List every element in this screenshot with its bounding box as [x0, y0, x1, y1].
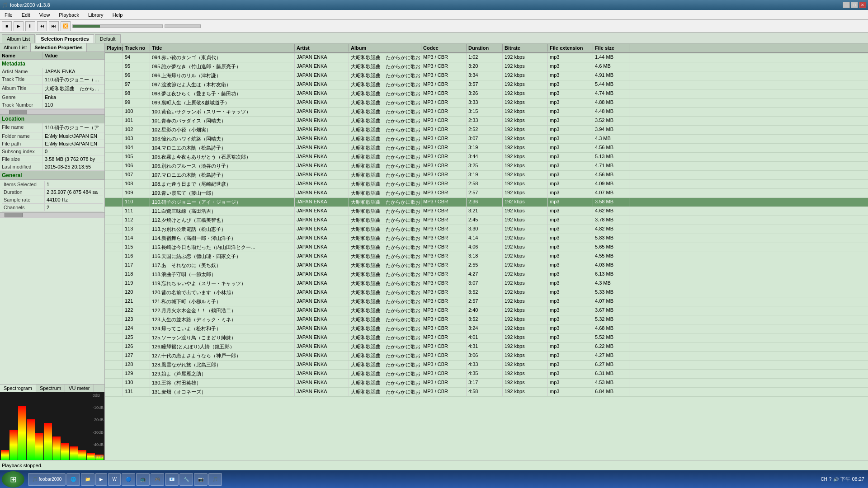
close-button[interactable]: ✕ [859, 2, 866, 8]
track-row[interactable]: 109 109.青い霞広て（藤山一郎） JAPAN ENKA 大昭和歌謡曲 たか… [105, 189, 868, 198]
minimize-button[interactable]: _ [843, 2, 850, 8]
general-scroll-thumb[interactable] [5, 213, 23, 217]
track-row[interactable]: 106 106.別れのブルース（淡谷のり子） JAPAN ENKA 大昭和歌謡曲… [105, 162, 868, 171]
track-row[interactable]: 130 130.王将（村田英雄） JAPAN ENKA 大昭和歌謡曲 たからかに… [105, 379, 868, 388]
track-row[interactable]: 102 102.星影の小径（小畑実） JAPAN ENKA 大昭和歌謡曲 たから… [105, 126, 868, 135]
track-row[interactable]: 94 094.赤い靴のタンゴ（東貞代） JAPAN ENKA 大昭和歌謡曲 たか… [105, 53, 868, 62]
menu-edit[interactable]: Edit [19, 11, 33, 19]
cell-bitrate: 192 kbps [503, 171, 548, 179]
track-row[interactable]: 123 123.人生の並木路（ディック・ミネ） JAPAN ENKA 大昭和歌謡… [105, 315, 868, 324]
cell-bitrate: 192 kbps [503, 62, 548, 71]
col-header-ext[interactable]: File extension [548, 44, 593, 52]
taskbar-media[interactable]: ▶ [95, 473, 107, 486]
track-row[interactable]: 105 105.夜霧よ今夜もありがとう（石原裕次郎） JAPAN ENKA 大昭… [105, 153, 868, 162]
taskbar-word[interactable]: W [108, 473, 120, 486]
taskbar-app7[interactable]: 🎵 [208, 473, 222, 486]
taskbar-chrome[interactable]: 🔵 [122, 473, 135, 486]
track-row[interactable]: 129 129.娘よ（芦屋雁之助） JAPAN ENKA 大昭和歌謡曲 たからか… [105, 370, 868, 379]
cell-ext: mp3 [548, 189, 593, 197]
tab-selection-properties[interactable]: Selection Properties [36, 34, 94, 43]
taskbar-explorer[interactable]: 📁 [81, 473, 94, 486]
taskbar-foobar[interactable]: 🎵 foobar2000 [28, 473, 66, 486]
track-row[interactable]: 113 113.お別れ公衆電話（松山恵子） JAPAN ENKA 大昭和歌謡曲 … [105, 225, 868, 234]
left-tab-selection-properties[interactable]: Selection Properties [31, 43, 86, 52]
menu-library[interactable]: Library [85, 11, 106, 19]
cell-artist: JAPAN ENKA [295, 315, 349, 324]
taskbar-app4[interactable]: 📧 [165, 473, 179, 486]
track-row[interactable]: 100 100.黄色いサクランボ（スリー・キャッツ） JAPAN ENKA 大昭… [105, 108, 868, 117]
cell-duration: 2:40 [467, 306, 503, 315]
track-row[interactable]: 99 099.裏町人生（上原敬&越城道子） JAPAN ENKA 大昭和歌謡曲 … [105, 99, 868, 108]
next-button[interactable]: ⏭ [49, 21, 59, 31]
track-row[interactable]: 112 112.夕焼けとんび（三橋美智也） JAPAN ENKA 大昭和歌謡曲 … [105, 216, 868, 225]
track-row[interactable]: 107 107.マロニエの木陰（松島詩子） JAPAN ENKA 大昭和歌謡曲 … [105, 171, 868, 180]
track-row[interactable]: 116 116.天国に結ぶ恋（德山璉・四家文子） JAPAN ENKA 大昭和歌… [105, 252, 868, 261]
track-row[interactable]: 96 096.上海帰りのリル（津村謙） JAPAN ENKA 大昭和歌謡曲 たか… [105, 71, 868, 80]
general-scrollbar[interactable] [0, 212, 104, 218]
track-row[interactable]: 119 119.忘れちゃいやよ（スリー・キャッツ） JAPAN ENKA 大昭和… [105, 279, 868, 288]
track-row[interactable]: 117 117.あゝそれなのに（美ち奴） JAPAN ENKA 大昭和歌謡曲 た… [105, 261, 868, 270]
track-row[interactable]: 114 114.新宿舞ら（高樹一郎・澤山洋子） JAPAN ENKA 大昭和歌謡… [105, 234, 868, 243]
cell-album: 大昭和歌謡曲 たからかに歌おう [349, 333, 421, 342]
prev-button[interactable]: ⏮ [37, 21, 47, 31]
track-row[interactable]: 97 097.渡波節だよ人生は（木村友衛） JAPAN ENKA 大昭和歌謡曲 … [105, 80, 868, 89]
track-row[interactable]: 98 098.夢は夜ひらく（愛まち子・藤田功） JAPAN ENKA 大昭和歌謡… [105, 89, 868, 99]
random-button[interactable]: 🔀 [61, 21, 71, 31]
col-header-trackno[interactable]: Track no [123, 44, 150, 52]
track-row[interactable]: 95 095.誰か夢なき（竹山逸郎・藤原亮子） JAPAN ENKA 大昭和歌謡… [105, 62, 868, 71]
track-row[interactable]: 124 124.帰ってこいよ（松村和子） JAPAN ENKA 大昭和歌謡曲 た… [105, 324, 868, 333]
track-row[interactable]: 111 111.白鷺三味線（高田浩吉） JAPAN ENKA 大昭和歌謡曲 たか… [105, 207, 868, 216]
track-row[interactable]: 103 103.憧れのハワイ航路（岡晴夫） JAPAN ENKA 大昭和歌謡曲 … [105, 135, 868, 144]
col-header-album[interactable]: Album [349, 44, 421, 52]
tab-default[interactable]: Default [95, 34, 121, 43]
cell-playing [105, 297, 123, 306]
track-row[interactable]: 126 126.瞳輝裾(とんぼり)人情（鏡五郎） JAPAN ENKA 大昭和歌… [105, 343, 868, 352]
taskbar-ie[interactable]: 🌐 [66, 473, 80, 486]
menu-playback[interactable]: Playback [56, 11, 82, 19]
track-row[interactable]: 127 127.十代の恋よさようなら（神戸一郎） JAPAN ENKA 大昭和歌… [105, 352, 868, 361]
volume-slider[interactable] [165, 24, 201, 28]
taskbar-app2[interactable]: 📺 [136, 473, 150, 486]
spec-tab-vu[interactable]: VU meter [65, 385, 94, 392]
track-row[interactable]: 120 120.昔の名前で出ています（小林旭） JAPAN ENKA 大昭和歌謡… [105, 288, 868, 297]
play-button[interactable]: ▶ [14, 21, 24, 31]
prop-row-filesize: File size 3.58 MB (3 762 078 by [0, 155, 104, 163]
left-tab-album-list[interactable]: Album List [0, 43, 31, 52]
scroll-thumb[interactable] [9, 110, 27, 114]
track-row[interactable]: 101 101.青春のパラダイス（岡晴夫） JAPAN ENKA 大昭和歌謡曲 … [105, 117, 868, 126]
start-button[interactable]: ⊞ [2, 471, 24, 488]
horizontal-scrollbar[interactable] [0, 109, 104, 114]
menu-file[interactable]: File [2, 11, 15, 19]
cell-ext: mp3 [548, 388, 593, 396]
spec-tab-spectrum[interactable]: Spectrum [36, 385, 65, 392]
track-row[interactable]: 125 125.ソーラン渡り鳥（こまどり姉妹） JAPAN ENKA 大昭和歌謡… [105, 333, 868, 343]
col-header-codec[interactable]: Codec [421, 44, 467, 52]
menu-help[interactable]: Help [110, 11, 126, 19]
track-row[interactable]: 121 121.私の城下町（小柳ルミ子） JAPAN ENKA 大昭和歌謡曲 た… [105, 297, 868, 306]
taskbar-app5[interactable]: 🔧 [179, 473, 193, 486]
menu-view[interactable]: View [37, 11, 53, 19]
taskbar-app6[interactable]: 📷 [194, 473, 208, 486]
tab-album-list[interactable]: Album List [2, 34, 35, 43]
col-header-duration[interactable]: Duration [467, 44, 503, 52]
track-row[interactable]: 118 118.浪曲子守唄（一節太郎） JAPAN ENKA 大昭和歌謡曲 たか… [105, 270, 868, 279]
pause-button[interactable]: ⏸ [25, 21, 35, 31]
track-row[interactable]: 128 128.風雪ながれ旅（北島三郎） JAPAN ENKA 大昭和歌謡曲 た… [105, 361, 868, 370]
track-row[interactable]: 108 108.また逢う日まで（尾崎紀世彦） JAPAN ENKA 大昭和歌謡曲… [105, 180, 868, 189]
track-row[interactable]: 131 131.麦畑（オヨネーズ） JAPAN ENKA 大昭和歌謡曲 たからか… [105, 388, 868, 397]
track-row[interactable]: 110 110.硝子のジョニー（アイ・ジョージ） JAPAN ENKA 大昭和歌… [105, 198, 868, 207]
track-row[interactable]: 115 115.長崎は今日も雨だった（内山田洋とクー... JAPAN ENKA… [105, 243, 868, 252]
track-row[interactable]: 104 104.マロニエの木陰（松島詩子） JAPAN ENKA 大昭和歌謡曲 … [105, 144, 868, 153]
cell-album: 大昭和歌謡曲 たからかに歌おう [349, 315, 421, 324]
stop-button[interactable]: ■ [2, 21, 12, 31]
col-header-artist[interactable]: Artist [295, 44, 349, 52]
col-header-bitrate[interactable]: Bitrate [503, 44, 548, 52]
track-row[interactable]: 122 122.月月火水木金金！！（鶴田浩二） JAPAN ENKA 大昭和歌謡… [105, 306, 868, 315]
taskbar-app3[interactable]: 🎮 [151, 473, 164, 486]
col-header-title[interactable]: Title [150, 44, 295, 52]
progress-bar[interactable] [72, 24, 163, 28]
spec-tab-spectrogram[interactable]: Spectrogram [0, 385, 36, 392]
col-header-filesize[interactable]: File size [593, 44, 629, 52]
maximize-button[interactable]: □ [851, 2, 858, 8]
tray-volume[interactable]: 🔊 [833, 477, 839, 482]
